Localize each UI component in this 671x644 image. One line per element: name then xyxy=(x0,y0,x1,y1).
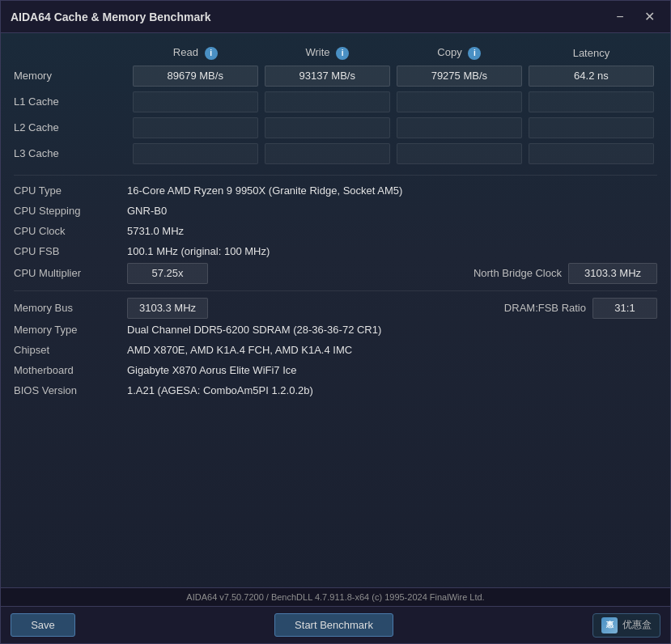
cpu-stepping-row: CPU Stepping GNR-B0 xyxy=(14,202,657,220)
bench-write-2 xyxy=(261,115,393,141)
motherboard-value: Gigabyte X870 Aorus Elite WiFi7 Ice xyxy=(127,364,657,376)
bench-cell-empty-copy-3 xyxy=(397,143,522,164)
cpu-stepping-label: CPU Stepping xyxy=(14,205,127,217)
cpu-clock-row: CPU Clock 5731.0 MHz xyxy=(14,222,657,240)
logo-button[interactable]: 惠 优惠盒 xyxy=(592,613,660,638)
cpu-type-label: CPU Type xyxy=(14,184,127,197)
chipset-value: AMD X870E, AMD K1A.4 FCH, AMD K1A.4 IMC xyxy=(127,344,657,356)
bench-cell-latency-0: 64.2 ns xyxy=(529,66,654,87)
col-label-header xyxy=(14,43,130,63)
bench-cell-empty-read-3 xyxy=(133,143,258,164)
bench-copy-3 xyxy=(393,141,525,167)
save-button[interactable]: Save xyxy=(11,613,75,637)
copy-info-icon[interactable]: i xyxy=(468,47,481,60)
bench-cell-copy-0: 79275 MB/s xyxy=(397,66,522,87)
main-content: Read i Write i Copy i Latency Memory8967… xyxy=(1,33,670,587)
benchmark-table: Read i Write i Copy i Latency Memory8967… xyxy=(14,43,657,167)
motherboard-label: Motherboard xyxy=(14,364,127,376)
cpu-fsb-label: CPU FSB xyxy=(14,245,127,257)
bench-cell-empty-write-2 xyxy=(265,117,390,138)
bench-row-0: Memory89679 MB/s93137 MB/s79275 MB/s64.2… xyxy=(14,63,657,89)
bench-latency-1 xyxy=(525,89,657,115)
title-controls: − ✕ xyxy=(609,6,660,28)
bench-cell-empty-latency-3 xyxy=(529,143,654,164)
north-bridge-label: North Bridge Clock xyxy=(474,267,562,279)
bench-label-0: Memory xyxy=(14,63,130,89)
read-info-icon[interactable]: i xyxy=(205,47,218,60)
bios-value: 1.A21 (AGESA: ComboAm5PI 1.2.0.2b) xyxy=(127,384,657,396)
cpu-stepping-value: GNR-B0 xyxy=(127,205,657,217)
bench-copy-2 xyxy=(393,115,525,141)
cpu-type-value: 16-Core AMD Ryzen 9 9950X (Granite Ridge… xyxy=(127,184,657,197)
bench-write-1 xyxy=(261,89,393,115)
divider-2 xyxy=(14,290,657,291)
bench-cell-empty-latency-1 xyxy=(529,91,654,112)
title-bar: AIDA64 Cache & Memory Benchmark − ✕ xyxy=(1,1,670,33)
col-copy-header: Copy i xyxy=(393,43,525,63)
dram-fsb-value: 31:1 xyxy=(592,298,657,319)
north-bridge-pair: North Bridge Clock 3103.3 MHz xyxy=(474,263,657,284)
chipset-label: Chipset xyxy=(14,344,127,356)
cpu-fsb-value: 100.1 MHz (original: 100 MHz) xyxy=(127,245,657,257)
bench-read-1 xyxy=(130,89,261,115)
bench-latency-3 xyxy=(525,141,657,167)
col-write-header: Write i xyxy=(261,43,393,63)
bench-row-1: L1 Cache xyxy=(14,89,657,115)
bench-cell-empty-read-2 xyxy=(133,117,258,138)
bench-cell-empty-latency-2 xyxy=(529,117,654,138)
bench-label-3: L3 Cache xyxy=(14,141,130,167)
divider-1 xyxy=(14,175,657,176)
cpu-multiplier-value: 57.25x xyxy=(127,263,208,284)
main-window: AIDA64 Cache & Memory Benchmark − ✕ Read… xyxy=(0,0,671,644)
bench-write-0: 93137 MB/s xyxy=(261,63,393,89)
bench-copy-0: 79275 MB/s xyxy=(393,63,525,89)
bottom-bar: Save Start Benchmark 惠 优惠盒 xyxy=(1,606,670,643)
bench-copy-1 xyxy=(393,89,525,115)
cpu-info-section: CPU Type 16-Core AMD Ryzen 9 9950X (Gran… xyxy=(14,182,657,284)
cpu-multiplier-row: CPU Multiplier 57.25x North Bridge Clock… xyxy=(14,263,657,284)
bench-write-3 xyxy=(261,141,393,167)
bench-read-0: 89679 MB/s xyxy=(130,63,261,89)
start-benchmark-button[interactable]: Start Benchmark xyxy=(274,613,393,637)
motherboard-row: Motherboard Gigabyte X870 Aorus Elite Wi… xyxy=(14,362,657,379)
dram-fsb-pair: DRAM:FSB Ratio 31:1 xyxy=(504,298,657,319)
minimize-button[interactable]: − xyxy=(609,6,631,28)
cpu-type-row: CPU Type 16-Core AMD Ryzen 9 9950X (Gran… xyxy=(14,182,657,200)
status-bar: AIDA64 v7.50.7200 / BenchDLL 4.7.911.8-x… xyxy=(1,587,670,606)
close-button[interactable]: ✕ xyxy=(638,6,660,28)
col-latency-header: Latency xyxy=(525,43,657,63)
bench-row-2: L2 Cache xyxy=(14,115,657,141)
write-info-icon[interactable]: i xyxy=(336,47,349,60)
bench-cell-empty-write-3 xyxy=(265,143,390,164)
north-bridge-value: 3103.3 MHz xyxy=(568,263,657,284)
bench-label-1: L1 Cache xyxy=(14,89,130,115)
window-title: AIDA64 Cache & Memory Benchmark xyxy=(11,11,609,23)
cpu-fsb-row: CPU FSB 100.1 MHz (original: 100 MHz) xyxy=(14,243,657,261)
logo-icon: 惠 xyxy=(601,617,618,633)
bios-row: BIOS Version 1.A21 (AGESA: ComboAm5PI 1.… xyxy=(14,382,657,400)
memory-bus-label: Memory Bus xyxy=(14,302,127,314)
bench-cell-empty-read-1 xyxy=(133,91,258,112)
bench-cell-empty-copy-2 xyxy=(397,117,522,138)
col-read-header: Read i xyxy=(130,43,261,63)
memory-type-row: Memory Type Dual Channel DDR5-6200 SDRAM… xyxy=(14,321,657,339)
logo-label: 优惠盒 xyxy=(622,618,652,632)
cpu-clock-value: 5731.0 MHz xyxy=(127,225,657,237)
chipset-row: Chipset AMD X870E, AMD K1A.4 FCH, AMD K1… xyxy=(14,341,657,359)
memory-bus-row: Memory Bus 3103.3 MHz DRAM:FSB Ratio 31:… xyxy=(14,298,657,319)
bench-cell-write-0: 93137 MB/s xyxy=(265,66,390,87)
memory-type-label: Memory Type xyxy=(14,324,127,336)
bench-cell-empty-copy-1 xyxy=(397,91,522,112)
bench-latency-2 xyxy=(525,115,657,141)
cpu-multiplier-label: CPU Multiplier xyxy=(14,267,127,279)
bios-label: BIOS Version xyxy=(14,384,127,396)
bench-cell-read-0: 89679 MB/s xyxy=(133,66,258,87)
bench-read-3 xyxy=(130,141,261,167)
status-text: AIDA64 v7.50.7200 / BenchDLL 4.7.911.8-x… xyxy=(186,592,484,602)
cpu-clock-label: CPU Clock xyxy=(14,225,127,237)
memory-bus-value: 3103.3 MHz xyxy=(127,298,208,319)
bench-label-2: L2 Cache xyxy=(14,115,130,141)
cpu-multiplier-pair: CPU Multiplier 57.25x xyxy=(14,263,474,284)
memory-bus-pair: Memory Bus 3103.3 MHz xyxy=(14,298,504,319)
memory-type-value: Dual Channel DDR5-6200 SDRAM (28-36-36-7… xyxy=(127,324,657,336)
